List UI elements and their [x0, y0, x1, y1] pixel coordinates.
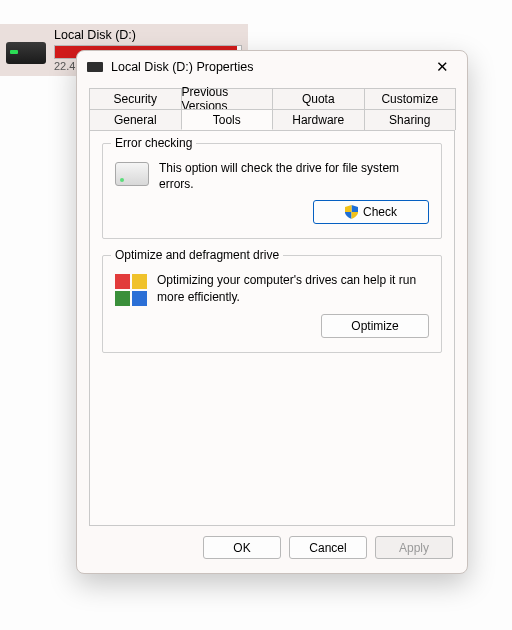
drive-icon [6, 36, 46, 64]
dialog-footer: OK Cancel Apply [77, 526, 467, 573]
dialog-title: Local Disk (D:) Properties [111, 60, 421, 74]
tab-quota[interactable]: Quota [272, 88, 365, 109]
optimize-desc: Optimizing your computer's drives can he… [157, 272, 429, 304]
tab-tools[interactable]: Tools [181, 109, 274, 130]
group-optimize: Optimize and defragment drive Optimizing… [102, 255, 442, 353]
optimize-button-label: Optimize [351, 319, 398, 333]
tab-customize[interactable]: Customize [364, 88, 457, 109]
tab-hardware[interactable]: Hardware [272, 109, 365, 130]
tab-previous-versions[interactable]: Previous Versions [181, 88, 274, 109]
tab-sharing[interactable]: Sharing [364, 109, 457, 130]
group-title: Error checking [111, 136, 196, 150]
tab-panel-tools: Error checking This option will check th… [89, 130, 455, 526]
ok-button[interactable]: OK [203, 536, 281, 559]
optimize-button[interactable]: Optimize [321, 314, 429, 338]
tab-security[interactable]: Security [89, 88, 182, 109]
group-error-checking: Error checking This option will check th… [102, 143, 442, 239]
titlebar[interactable]: Local Disk (D:) Properties ✕ [77, 51, 467, 82]
properties-dialog: Local Disk (D:) Properties ✕ Security Pr… [76, 50, 468, 574]
uac-shield-icon [345, 205, 358, 219]
drive-icon [87, 62, 103, 72]
drive-check-icon [115, 162, 149, 186]
apply-button: Apply [375, 536, 453, 559]
check-button-label: Check [363, 205, 397, 219]
disk-label: Local Disk (D:) [54, 28, 242, 44]
check-button[interactable]: Check [313, 200, 429, 224]
tab-general[interactable]: General [89, 109, 182, 130]
group-title: Optimize and defragment drive [111, 248, 283, 262]
cancel-button[interactable]: Cancel [289, 536, 367, 559]
error-checking-desc: This option will check the drive for fil… [159, 160, 429, 192]
defrag-icon [115, 274, 147, 306]
close-icon: ✕ [436, 59, 449, 74]
close-button[interactable]: ✕ [421, 53, 463, 81]
